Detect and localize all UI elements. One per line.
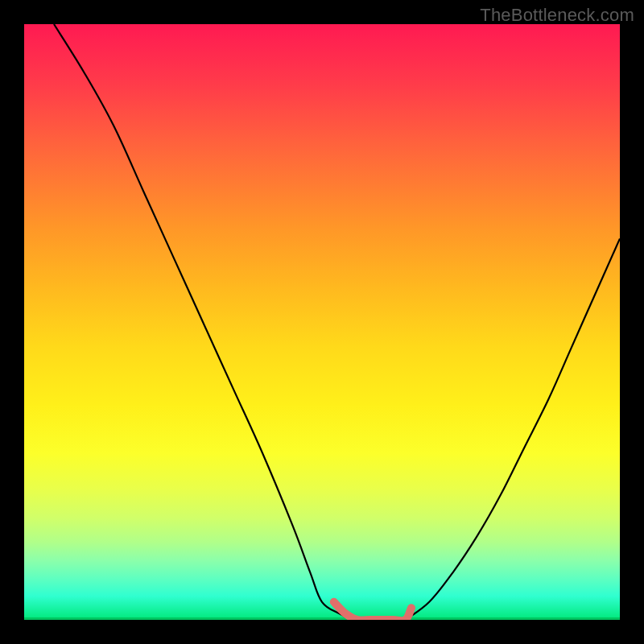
series-minimum-marker xyxy=(334,602,411,620)
plot-area xyxy=(24,24,620,620)
curve-layer xyxy=(24,24,620,620)
watermark-text: TheBottleneck.com xyxy=(480,5,634,26)
series-right-branch xyxy=(406,238,620,620)
series-left-branch xyxy=(54,24,352,620)
chart-stage: TheBottleneck.com xyxy=(0,0,644,644)
